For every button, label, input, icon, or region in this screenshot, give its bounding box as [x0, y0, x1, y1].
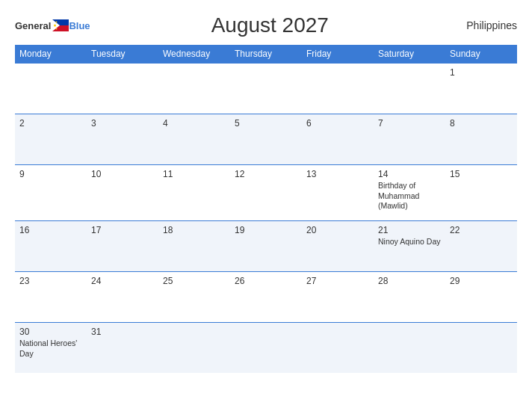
day-number: 25	[163, 276, 226, 286]
calendar-cell: 12	[230, 165, 302, 221]
day-number: 27	[306, 276, 369, 286]
svg-point-5	[56, 28, 58, 30]
day-number: 1	[450, 67, 513, 78]
calendar-cell	[374, 64, 445, 114]
calendar-cell: 15	[445, 165, 517, 221]
calendar-cell: 10	[87, 165, 158, 221]
day-number: 11	[163, 169, 226, 179]
day-number: 21	[378, 225, 441, 235]
day-number: 26	[235, 276, 297, 286]
day-number: 30	[19, 327, 82, 337]
logo-general-text: General	[15, 20, 51, 31]
col-tuesday: Tuesday	[87, 45, 158, 64]
day-number: 29	[450, 276, 513, 286]
calendar-cell	[230, 322, 302, 373]
calendar-cell: 19	[230, 220, 302, 271]
day-number: 9	[19, 169, 82, 179]
day-number: 24	[91, 276, 154, 286]
calendar-cell: 8	[445, 114, 517, 165]
calendar-week-row: 23242526272829	[15, 271, 517, 322]
day-number: 2	[19, 118, 82, 129]
day-number: 5	[235, 118, 297, 129]
calendar-cell	[302, 64, 374, 114]
calendar-cell	[15, 64, 87, 114]
col-thursday: Thursday	[230, 45, 302, 64]
day-number: 4	[163, 118, 226, 129]
calendar-cell: 3	[87, 114, 158, 165]
page: General Blue August 2027 Philippines Mon…	[0, 0, 532, 411]
calendar-week-row: 30National Heroes' Day31	[15, 322, 517, 373]
calendar-week-row: 91011121314Birthday of Muhammad (Mawlid)…	[15, 165, 517, 221]
calendar-cell: 27	[302, 271, 374, 322]
day-number: 15	[450, 169, 513, 179]
day-number: 14	[378, 169, 441, 179]
logo-flag-icon	[52, 19, 69, 31]
calendar-cell	[230, 64, 302, 114]
calendar-header-row: Monday Tuesday Wednesday Thursday Friday…	[15, 45, 517, 64]
calendar-cell	[302, 322, 374, 373]
day-number: 22	[450, 225, 513, 235]
day-number: 19	[235, 225, 297, 235]
calendar-cell: 11	[158, 165, 230, 221]
calendar-cell: 28	[374, 271, 445, 322]
calendar: Monday Tuesday Wednesday Thursday Friday…	[15, 45, 517, 373]
calendar-cell: 5	[230, 114, 302, 165]
calendar-week-row: 161718192021Ninoy Aquino Day22	[15, 220, 517, 271]
calendar-cell: 1	[445, 64, 517, 114]
calendar-cell: 4	[158, 114, 230, 165]
calendar-cell	[158, 322, 230, 373]
calendar-cell: 24	[87, 271, 158, 322]
calendar-cell: 17	[87, 220, 158, 271]
calendar-cell: 16	[15, 220, 87, 271]
col-wednesday: Wednesday	[158, 45, 230, 64]
calendar-cell	[87, 64, 158, 114]
calendar-cell: 14Birthday of Muhammad (Mawlid)	[374, 165, 445, 221]
day-number: 12	[235, 169, 297, 179]
calendar-week-row: 2345678	[15, 114, 517, 165]
day-number: 20	[306, 225, 369, 235]
calendar-cell: 29	[445, 271, 517, 322]
col-monday: Monday	[15, 45, 87, 64]
calendar-cell	[374, 322, 445, 373]
calendar-cell	[158, 64, 230, 114]
calendar-cell: 6	[302, 114, 374, 165]
calendar-cell: 22	[445, 220, 517, 271]
logo: General Blue	[15, 19, 90, 31]
calendar-cell: 9	[15, 165, 87, 221]
day-number: 7	[378, 118, 441, 129]
day-number: 10	[91, 169, 154, 179]
col-saturday: Saturday	[374, 45, 445, 64]
month-title: August 2027	[90, 13, 450, 37]
logo-blue-text: Blue	[69, 20, 90, 31]
calendar-cell	[445, 322, 517, 373]
calendar-cell: 26	[230, 271, 302, 322]
event-label: National Heroes' Day	[19, 339, 82, 359]
calendar-cell: 7	[374, 114, 445, 165]
calendar-cell: 23	[15, 271, 87, 322]
day-number: 17	[91, 225, 154, 235]
calendar-cell: 2	[15, 114, 87, 165]
day-number: 6	[306, 118, 369, 129]
country-label: Philippines	[450, 19, 517, 31]
col-sunday: Sunday	[445, 45, 517, 64]
day-number: 18	[163, 225, 226, 235]
day-number: 13	[306, 169, 369, 179]
calendar-cell: 20	[302, 220, 374, 271]
col-friday: Friday	[302, 45, 374, 64]
day-number: 16	[19, 225, 82, 235]
day-number: 28	[378, 276, 441, 286]
day-number: 8	[450, 118, 513, 129]
day-number: 31	[91, 327, 154, 337]
event-label: Ninoy Aquino Day	[378, 237, 441, 247]
calendar-cell: 31	[87, 322, 158, 373]
header: General Blue August 2027 Philippines	[15, 13, 517, 37]
day-number: 3	[91, 118, 154, 129]
calendar-cell: 21Ninoy Aquino Day	[374, 220, 445, 271]
svg-point-4	[56, 22, 58, 23]
calendar-cell: 25	[158, 271, 230, 322]
calendar-cell: 18	[158, 220, 230, 271]
calendar-cell: 13	[302, 165, 374, 221]
day-number: 23	[19, 276, 82, 286]
calendar-cell: 30National Heroes' Day	[15, 322, 87, 373]
event-label: Birthday of Muhammad (Mawlid)	[378, 181, 441, 211]
